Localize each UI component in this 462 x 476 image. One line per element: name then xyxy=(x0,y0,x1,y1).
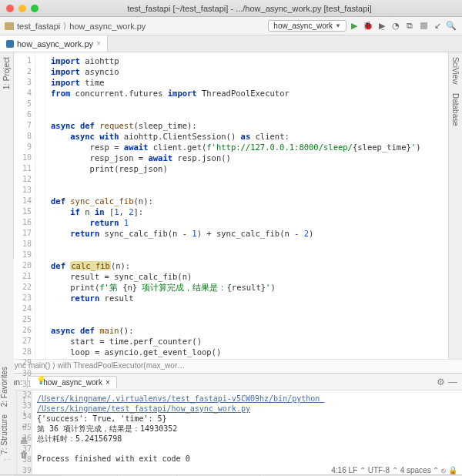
run-tool-window: Run: how_async_work × ⚙ — ▶ ■ ⟳ ⧉ 📌 ↑ ↓ … xyxy=(0,373,462,474)
run-coverage-button[interactable]: ▶̤ xyxy=(376,20,388,32)
python-file-icon xyxy=(6,40,14,48)
close-tab-icon[interactable]: × xyxy=(96,39,101,48)
zoom-icon[interactable] xyxy=(31,5,38,12)
folder-icon xyxy=(5,22,14,30)
run-toolbar: how_async_work ▼ ▶ 🐞 ▶̤ ◔ ⧉ ↙ 🔍 xyxy=(268,20,457,32)
tool-project[interactable]: 1: Project xyxy=(2,57,11,89)
minimize-icon[interactable] xyxy=(18,5,26,12)
code-editor[interactable]: import aiohttpimport asyncioimport timef… xyxy=(46,52,448,359)
run-header: Run: how_async_work × ⚙ — xyxy=(0,374,462,391)
window-controls xyxy=(6,5,38,12)
breadcrumb-root: test_fastapi xyxy=(17,22,60,31)
breadcrumb[interactable]: test_fastapi ⟩ how_async_work.py xyxy=(5,21,146,31)
navigation-bar: test_fastapi ⟩ how_async_work.py how_asy… xyxy=(0,17,462,35)
status-bar: 4:16 LF ⌃ UTF-8 ⌃ 4 spaces ⌃ ⎋ 🔒 xyxy=(331,466,457,474)
left-tool-strip-lower: 2: Favorites 7: Structure xyxy=(0,259,14,459)
run-output[interactable]: /Users/kingname/.virtualenvs/test_fastap… xyxy=(32,391,462,474)
titlebar: test_fastapi [~/test_fastapi] - .../how_… xyxy=(0,0,462,17)
search-icon[interactable]: 🔍 xyxy=(445,20,457,32)
window-title: test_fastapi [~/test_fastapi] - .../how_… xyxy=(43,4,456,13)
debug-button[interactable]: 🐞 xyxy=(362,20,374,32)
tab-how-async-work[interactable]: how_async_work.py × xyxy=(0,35,108,52)
close-run-tab-icon[interactable]: × xyxy=(105,378,110,387)
editor-breadcrumb[interactable]: async main() ⟩ with ThreadPoolExecutor(m… xyxy=(0,359,462,373)
right-tool-strip: SciView Database xyxy=(448,52,462,359)
editor-tabs: how_async_work.py × xyxy=(0,35,462,52)
gear-icon[interactable]: ⚙ xyxy=(437,377,445,387)
tool-structure[interactable]: 7: Structure xyxy=(0,414,14,454)
editor-area: 1: Project 12345678910111213141516171819… xyxy=(0,52,462,359)
chevron-down-icon: ▼ xyxy=(335,22,341,29)
concurrency-button[interactable]: ⧉ xyxy=(403,20,416,32)
chevron-right-icon: ⟩ xyxy=(63,21,66,31)
update-button[interactable]: ↙ xyxy=(431,20,444,32)
hide-icon[interactable]: — xyxy=(448,377,457,387)
stop-button[interactable] xyxy=(417,20,430,32)
breadcrumb-file: how_async_work.py xyxy=(69,22,146,31)
fold-gutter: 💡 xyxy=(35,52,46,359)
tool-sciview[interactable]: SciView xyxy=(451,57,460,84)
tool-favorites[interactable]: 2: Favorites xyxy=(0,367,14,407)
line-number-gutter: 1234567891011121314151617181920212223242… xyxy=(14,52,35,359)
profile-button[interactable]: ◔ xyxy=(390,20,402,32)
run-config-selector[interactable]: how_async_work ▼ xyxy=(268,20,346,32)
tool-database[interactable]: Database xyxy=(451,93,460,126)
close-icon[interactable] xyxy=(6,5,14,12)
run-button[interactable]: ▶ xyxy=(348,20,360,32)
